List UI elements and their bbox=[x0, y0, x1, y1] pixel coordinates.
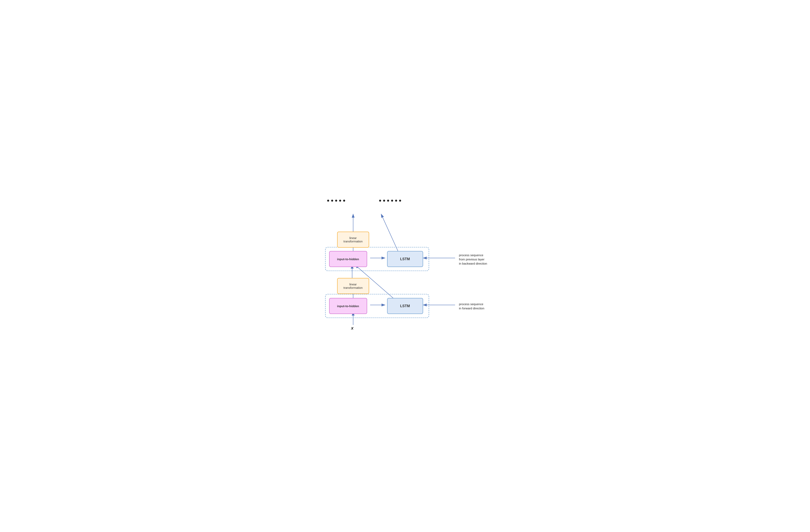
lstm-top-box: LSTM bbox=[387, 251, 423, 267]
dots-top-left bbox=[327, 200, 345, 201]
input-hidden-bottom-box: input-to-hidden bbox=[329, 298, 367, 314]
lstm-bottom-box: LSTM bbox=[387, 298, 423, 314]
dots-top-right bbox=[379, 200, 401, 201]
linear-transform-top-box: lineartransformation bbox=[337, 232, 369, 247]
linear-transform-bottom-box: lineartransformation bbox=[337, 278, 369, 294]
backward-direction-label: process sequencefrom previous layerin ba… bbox=[459, 253, 499, 265]
x-label: x bbox=[351, 325, 354, 331]
diagram-container: lineartransformation lineartransformatio… bbox=[315, 196, 495, 336]
forward-direction-label: process sequencein forward direction bbox=[459, 302, 495, 310]
input-hidden-top-box: input-to-hidden bbox=[329, 251, 367, 267]
